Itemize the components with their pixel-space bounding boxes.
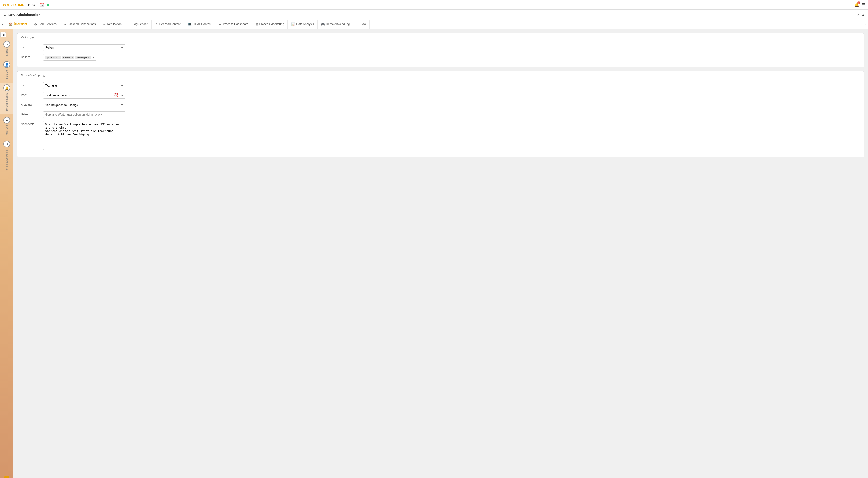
tab-nav-more[interactable]: › bbox=[862, 20, 868, 29]
tag-manager-remove[interactable]: × bbox=[88, 56, 89, 59]
zielgruppe-typ-field: Rollen bbox=[43, 44, 125, 51]
tab-process-dashboard[interactable]: 🖥Process Dashboard bbox=[215, 20, 252, 29]
tab-backend-connections[interactable]: ✏Backend Connections bbox=[60, 20, 99, 29]
top-bar-right: 🔔 1 ☰ bbox=[855, 2, 865, 7]
tab-icon-ubersicht: 🏠 bbox=[9, 23, 12, 26]
content-scroll: Zielgruppe Typ: Rollen Rollen: bbox=[13, 29, 868, 476]
tab-icon-external-content: ↗ bbox=[155, 23, 158, 26]
benachrichtigung-typ-field: Warnung bbox=[43, 82, 125, 89]
admin-header-icon: ⚙ bbox=[3, 12, 6, 17]
benachrichtigung-betreff-field bbox=[43, 111, 125, 118]
benachrichtigung-icon: 🔔 bbox=[3, 84, 10, 91]
benachrichtigung-icon-select[interactable]: x-fal fa-alarm-clock bbox=[43, 92, 125, 99]
sidebar-label-audit-log: Audit Log bbox=[5, 124, 8, 137]
logo-virtimo: VIRTIMO bbox=[10, 3, 25, 7]
benachrichtigung-content: Typ: Warnung Icon: x-fal fa-alarm-cloc bbox=[18, 79, 864, 157]
tab-process-monitoring[interactable]: ⊞Process Monitoring bbox=[252, 20, 288, 29]
zielgruppe-rollen-label: Rollen: bbox=[21, 54, 40, 59]
maximize-button[interactable]: ⤢ bbox=[856, 13, 859, 17]
zielgruppe-title: Zielgruppe bbox=[21, 35, 36, 39]
tab-icon-html-content: 💻 bbox=[188, 23, 192, 26]
tab-label-replication: Replication bbox=[107, 23, 121, 26]
tab-navigation: ‹ 🏠Übersicht⚙Core Services✏Backend Conne… bbox=[0, 20, 868, 29]
benachrichtigung-icon-label: Icon: bbox=[21, 92, 40, 97]
sidebar-item-benutzer[interactable]: 👤 Benutzer bbox=[0, 60, 13, 82]
tab-data-analysis[interactable]: 📊Data Analysis bbox=[288, 20, 317, 29]
sidebar-expand-button[interactable]: » bbox=[4, 476, 9, 478]
logo: WM VIRTIMO bbox=[3, 3, 25, 7]
logo-wm: WM bbox=[3, 3, 9, 7]
tab-label-log-service: Log Service bbox=[133, 23, 148, 26]
tab-html-content[interactable]: 💻HTML Content bbox=[184, 20, 215, 29]
tab-icon-backend-connections: ✏ bbox=[64, 23, 66, 26]
benachrichtigung-betreff-input[interactable] bbox=[43, 111, 125, 118]
tag-viewer: viewer × bbox=[62, 56, 74, 59]
tab-label-process-monitoring: Process Monitoring bbox=[259, 23, 284, 26]
calendar-icon[interactable]: 📅 bbox=[39, 3, 44, 7]
benachrichtigung-icon-row: Icon: x-fal fa-alarm-clock ⏰ bbox=[21, 92, 861, 99]
tab-icon-replication: ↔ bbox=[103, 23, 106, 26]
tab-icon-process-dashboard: 🖥 bbox=[218, 23, 222, 26]
sidebar-label-status: Status bbox=[5, 48, 8, 57]
tab-replication[interactable]: ↔Replication bbox=[99, 20, 125, 29]
tab-log-service[interactable]: ☰Log Service bbox=[125, 20, 152, 29]
tags-dropdown-button[interactable]: ▼ bbox=[92, 56, 95, 59]
benachrichtigung-anzeige-select[interactable]: Vorübergehende Anzeige bbox=[43, 102, 125, 108]
tab-icon-process-monitoring: ⊞ bbox=[255, 23, 258, 26]
tab-icon-flow: ≡ bbox=[357, 23, 359, 26]
tag-manager: manager × bbox=[75, 56, 91, 59]
benachrichtigung-anzeige-row: Anzeige: Vorübergehende Anzeige bbox=[21, 102, 861, 108]
bell-button[interactable]: 🔔 1 bbox=[855, 2, 859, 7]
benachrichtigung-betreff-label: Betreff: bbox=[21, 111, 40, 116]
tab-flow[interactable]: ≡Flow bbox=[353, 20, 370, 29]
benachrichtigung-section: Benachrichtigung Typ: Warnung bbox=[17, 71, 864, 157]
main-layout: ◀ ⊙ Status 👤 Benutzer 🔔 Benachrichtigung… bbox=[0, 29, 868, 478]
benachrichtigung-anzeige-label: Anzeige: bbox=[21, 102, 40, 106]
benachrichtigung-nachricht-textarea[interactable] bbox=[43, 121, 125, 150]
tab-icon-core-services: ⚙ bbox=[34, 23, 37, 26]
sidebar-item-benachrichtigung[interactable]: 🔔 Benachrichtigung bbox=[0, 83, 13, 114]
left-sidebar: ◀ ⊙ Status 👤 Benutzer 🔔 Benachrichtigung… bbox=[0, 29, 13, 478]
benachrichtigung-title: Benachrichtigung bbox=[21, 73, 45, 77]
tab-label-external-content: External Content bbox=[159, 23, 180, 26]
benachrichtigung-typ-select[interactable]: Warnung bbox=[43, 82, 125, 89]
sidebar-item-status[interactable]: ⊙ Status bbox=[0, 39, 13, 59]
benachrichtigung-betreff-row: Betreff: bbox=[21, 111, 861, 118]
admin-settings-button[interactable]: ⚙ bbox=[862, 13, 865, 17]
benachrichtigung-typ-row: Typ: Warnung bbox=[21, 82, 861, 89]
tab-label-ubersicht: Übersicht bbox=[14, 23, 27, 26]
benachrichtigung-nachricht-label: Nachricht: bbox=[21, 121, 40, 126]
tab-demo-anwendung[interactable]: 🎮Demo Anwendung bbox=[317, 20, 353, 29]
tab-icon-demo-anwendung: 🎮 bbox=[321, 23, 325, 26]
benachrichtigung-nachricht-field bbox=[43, 121, 125, 151]
zielgruppe-rollen-row: Rollen: bpcadmin × viewer × mana bbox=[21, 54, 861, 61]
tab-core-services[interactable]: ⚙Core Services bbox=[31, 20, 60, 29]
admin-title: BPC Administration bbox=[8, 13, 40, 17]
admin-header: ⚙ BPC Administration ⤢ ⚙ bbox=[0, 10, 868, 20]
tab-label-flow: Flow bbox=[360, 23, 366, 26]
benutzer-icon: 👤 bbox=[3, 61, 10, 68]
sidebar-collapse-button[interactable]: ◀ bbox=[0, 32, 6, 37]
sidebar-item-audit-log[interactable]: ▶ Audit Log bbox=[0, 115, 13, 138]
top-bar-icons: 📅 bbox=[39, 3, 50, 7]
benachrichtigung-icon-field: x-fal fa-alarm-clock ⏰ bbox=[43, 92, 125, 99]
tag-viewer-remove[interactable]: × bbox=[72, 56, 73, 59]
zielgruppe-rollen-tags[interactable]: bpcadmin × viewer × manager × ▼ bbox=[43, 54, 96, 61]
tag-bpcadmin-remove[interactable]: × bbox=[58, 56, 60, 59]
tab-nav-prev[interactable]: ‹ bbox=[0, 20, 5, 29]
tab-label-demo-anwendung: Demo Anwendung bbox=[326, 23, 350, 26]
hamburger-icon[interactable]: ☰ bbox=[862, 2, 865, 7]
tab-ubersicht[interactable]: 🏠Übersicht bbox=[5, 20, 31, 29]
tab-external-content[interactable]: ↗External Content bbox=[152, 20, 184, 29]
bottom-bar: 📢 Benachrichtigung absenden bbox=[13, 476, 868, 478]
tab-icon-data-analysis: 📊 bbox=[291, 23, 295, 26]
zielgruppe-section: Zielgruppe Typ: Rollen Rollen: bbox=[17, 33, 864, 67]
status-indicator bbox=[47, 4, 50, 6]
sidebar-label-benutzer: Benutzer bbox=[5, 68, 8, 80]
bell-badge: 1 bbox=[857, 1, 860, 4]
zielgruppe-typ-select[interactable]: Rollen bbox=[43, 44, 125, 51]
benachrichtigung-nachricht-row: Nachricht: bbox=[21, 121, 861, 151]
sidebar-item-performance-monitor[interactable]: ⊙ Performance Monitor bbox=[0, 139, 13, 174]
audit-log-icon: ▶ bbox=[3, 117, 10, 124]
tab-icon-log-service: ☰ bbox=[129, 23, 131, 26]
